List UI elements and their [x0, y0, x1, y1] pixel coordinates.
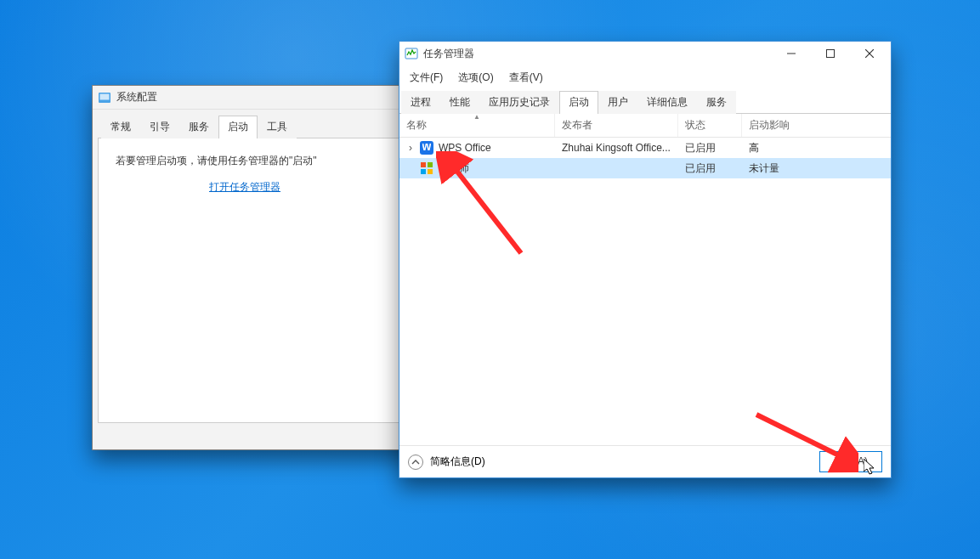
tab-services-tm[interactable]: 服务 — [697, 91, 736, 114]
app-name-label: WPS Office — [439, 142, 491, 154]
app-icon: W — [420, 141, 433, 155]
svg-rect-2 — [102, 101, 107, 103]
maximize-icon — [826, 49, 835, 58]
colheader-impact-label: 启动影响 — [749, 118, 790, 133]
tab-tools[interactable]: 工具 — [258, 116, 297, 138]
cell-status: 已启用 — [678, 161, 742, 176]
expand-icon — [406, 162, 415, 174]
close-icon — [865, 49, 874, 58]
colheader-name[interactable]: ▲ 名称 — [399, 114, 555, 137]
maximize-button[interactable] — [811, 42, 850, 65]
fewer-details-toggle[interactable] — [408, 455, 423, 470]
tab-startup-tm[interactable]: 启动 — [559, 91, 598, 114]
tab-performance[interactable]: 性能 — [440, 91, 479, 114]
app-name-label: 鲁大师 — [439, 161, 469, 176]
close-button[interactable] — [850, 42, 889, 65]
svg-text:W: W — [422, 144, 431, 152]
colheader-status-label: 状态 — [685, 118, 705, 133]
colheader-publisher[interactable]: 发布者 — [555, 114, 678, 137]
cell-impact: 未计量 — [742, 161, 891, 176]
svg-rect-10 — [428, 162, 433, 167]
tm-titlebar[interactable]: 任务管理器 — [399, 42, 891, 65]
expand-icon[interactable]: › — [406, 142, 415, 154]
sysconfig-icon — [98, 91, 111, 104]
open-taskmgr-link[interactable]: 打开任务管理器 — [209, 180, 280, 195]
minimize-icon — [787, 49, 796, 58]
tab-boot[interactable]: 引导 — [140, 116, 179, 138]
minimize-button[interactable] — [772, 42, 811, 65]
tm-menubar: 文件(F) 选项(O) 查看(V) — [399, 65, 891, 90]
cell-name: 鲁大师 — [399, 161, 555, 176]
cell-impact: 高 — [742, 141, 891, 155]
tm-footer: 简略信息(D) 禁用(A) — [399, 445, 891, 477]
table-row[interactable]: 鲁大师 已启用 未计量 — [399, 158, 891, 178]
tab-processes[interactable]: 进程 — [401, 91, 440, 114]
svg-rect-11 — [421, 169, 426, 174]
tab-details[interactable]: 详细信息 — [637, 91, 697, 114]
window-controls — [772, 42, 889, 65]
svg-rect-5 — [827, 50, 835, 58]
task-manager-window: 任务管理器 文件(F) 选项(O) 查看(V) 进程 性能 应用历史记录 启动 … — [399, 41, 892, 478]
colheader-status[interactable]: 状态 — [678, 114, 742, 137]
tab-startup[interactable]: 启动 — [218, 116, 258, 138]
menu-file[interactable]: 文件(F) — [403, 67, 450, 88]
colheader-publisher-label: 发布者 — [562, 118, 592, 133]
startup-rows: › W WPS Office Zhuhai Kingsoft Office...… — [399, 138, 891, 445]
svg-rect-1 — [100, 93, 110, 99]
tab-users[interactable]: 用户 — [598, 91, 637, 114]
menu-view[interactable]: 查看(V) — [502, 67, 550, 88]
task-manager-icon — [405, 47, 418, 60]
tm-title: 任务管理器 — [423, 47, 772, 61]
tab-general[interactable]: 常规 — [101, 116, 140, 138]
tab-app-history[interactable]: 应用历史记录 — [479, 91, 559, 114]
cell-name: › W WPS Office — [399, 141, 555, 155]
tm-tabs: 进程 性能 应用历史记录 启动 用户 详细信息 服务 — [399, 90, 891, 114]
svg-rect-12 — [428, 169, 433, 174]
colheader-name-label: 名称 — [406, 118, 427, 133]
sort-indicator-icon: ▲ — [473, 113, 480, 121]
colheader-impact[interactable]: 启动影响 — [742, 114, 891, 137]
menu-options[interactable]: 选项(O) — [451, 67, 500, 88]
cell-status: 已启用 — [678, 141, 742, 155]
chevron-up-icon — [411, 458, 420, 466]
disable-button[interactable]: 禁用(A) — [819, 451, 882, 472]
fewer-details-label[interactable]: 简略信息(D) — [430, 455, 485, 469]
table-row[interactable]: › W WPS Office Zhuhai Kingsoft Office...… — [399, 138, 891, 158]
tab-services[interactable]: 服务 — [179, 116, 218, 138]
cell-publisher: Zhuhai Kingsoft Office... — [555, 142, 678, 154]
app-icon — [420, 161, 433, 175]
svg-rect-9 — [421, 162, 426, 167]
column-headers: ▲ 名称 发布者 状态 启动影响 — [399, 114, 891, 138]
